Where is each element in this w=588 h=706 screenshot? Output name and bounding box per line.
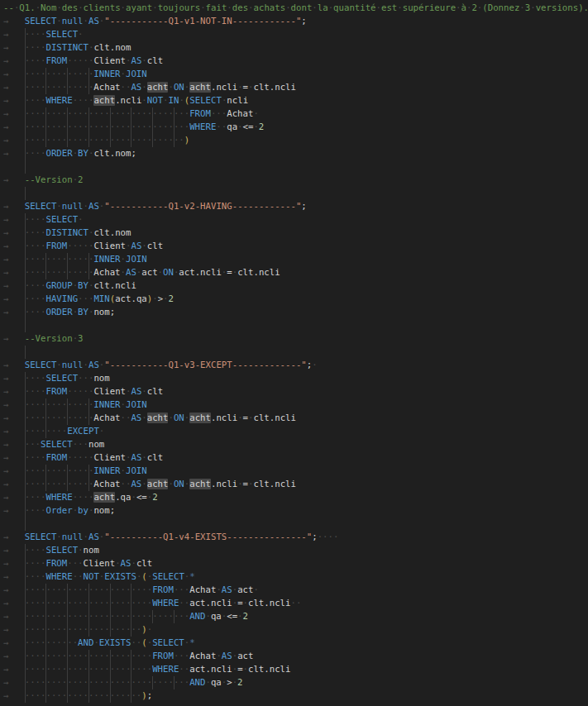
code-token: AS: [88, 16, 99, 26]
space-whitespace: ·: [312, 360, 317, 370]
code-line[interactable]: [3, 346, 588, 359]
code-line[interactable]: →·······························AND·qa·<…: [3, 610, 588, 623]
code-line[interactable]: [3, 187, 588, 200]
code-line[interactable]: →·············Achat··AS·acht·ON·acht.ncl…: [3, 81, 588, 94]
tab-whitespace-icon: →: [3, 253, 25, 266]
code-line[interactable]: →························WHERE··act.ncli…: [3, 597, 588, 610]
code-line[interactable]: →····ORDER·BY·nom;: [3, 306, 588, 319]
code-token: est: [381, 2, 397, 13]
code-line[interactable]: →····GROUP·BY·clt.ncli: [3, 279, 588, 293]
code-line[interactable]: →····WHERE··NOT·EXISTS·(·SELECT·*: [3, 570, 588, 584]
code-token: ): [184, 135, 189, 145]
indent-whitespace: ····: [88, 610, 110, 623]
code-line[interactable]: →·············INNER·JOIN: [3, 253, 588, 266]
code-line[interactable]: →·······························AND·qa·>…: [3, 676, 588, 689]
indent-whitespace: ····: [45, 689, 67, 703]
code-line[interactable]: [3, 319, 588, 332]
code-line[interactable]: →--Version·3: [3, 332, 588, 346]
code-line[interactable]: →························FROM···Achat·AS…: [3, 584, 588, 597]
indent-whitespace: ····: [45, 266, 67, 279]
code-line[interactable]: →·······························WHERE··q…: [3, 121, 588, 134]
code-token: clt.nom: [93, 227, 131, 238]
indent-whitespace: ····: [88, 121, 110, 134]
tab-whitespace-icon: →: [3, 68, 25, 81]
code-line[interactable]: →SELECT·null·AS·"-----------Q1-v1-NOT-IN…: [3, 15, 588, 28]
code-line[interactable]: →····FROM·····Client·AS·clt: [3, 385, 588, 398]
code-line[interactable]: →······························): [3, 134, 588, 147]
code-line[interactable]: →·······························FROM···A…: [3, 107, 588, 121]
tab-whitespace-icon: →: [3, 81, 25, 94]
code-line[interactable]: →····SELECT·: [3, 213, 588, 227]
code-line[interactable]: [3, 518, 588, 531]
code-line[interactable]: [3, 160, 588, 174]
code-line[interactable]: →····FROM·····Client·AS·clt: [3, 55, 588, 68]
code-token: ;: [301, 201, 306, 212]
code-token: SELECT: [25, 16, 57, 26]
code-line[interactable]: →·············Achat··AS·acht·ON·acht.ncl…: [3, 412, 588, 425]
code-line[interactable]: →····FROM···Client·AS·clt: [3, 557, 588, 570]
code-line[interactable]: →························WHERE··act.ncli…: [3, 663, 588, 676]
code-line[interactable]: →····DISTINCT·clt.nom: [3, 227, 588, 240]
space-whitespace: ··: [216, 122, 227, 132]
code-line[interactable]: →····ORDER·BY·clt.nom;: [3, 147, 588, 160]
code-token: <=: [136, 492, 147, 503]
code-line[interactable]: →·············Achat··AS·acht·ON·acht.ncl…: [3, 478, 588, 491]
code-line[interactable]: →····FROM·····Client·AS·clt: [3, 451, 588, 465]
code-line[interactable]: →····WHERE····acht.ncli·NOT·IN·(SELECT·n…: [3, 94, 588, 107]
code-line[interactable]: →························FROM···Achat·AS…: [3, 650, 588, 663]
space-whitespace: ··: [179, 598, 189, 608]
indent-whitespace: ····: [110, 689, 131, 703]
indent-whitespace: ····: [25, 121, 46, 134]
indent-whitespace: ··: [67, 637, 78, 650]
indent-whitespace: ····: [88, 689, 110, 703]
tab-whitespace-icon: →: [3, 372, 25, 385]
code-line[interactable]: →········EXCEPT·: [3, 425, 588, 438]
code-token: act: [141, 267, 157, 278]
indent-whitespace: ····: [45, 597, 67, 610]
code-line[interactable]: →SELECT·null·AS·"-----------Q1-v2-HAVING…: [3, 200, 588, 213]
code-token: --: [3, 2, 14, 13]
code-token: Client: [93, 55, 126, 66]
code-editor[interactable]: --·Q1.·Nom·des·clients·ayant·toujours·fa…: [0, 0, 588, 706]
code-line[interactable]: --·Q1.·Nom·des·clients·ayant·toujours·fa…: [3, 2, 588, 15]
code-line[interactable]: →······················)·: [3, 623, 588, 637]
space-whitespace: ···: [174, 651, 189, 661]
code-line[interactable]: →··········AND·EXISTS··(·SELECT·*: [3, 637, 588, 650]
code-token: INNER: [93, 399, 120, 410]
code-line[interactable]: →·············INNER·JOIN: [3, 68, 588, 81]
code-line[interactable]: →····SELECT·nom: [3, 544, 588, 557]
code-line[interactable]: →····Order·by·nom;: [3, 504, 588, 518]
tab-whitespace-icon: →: [3, 332, 25, 346]
code-token: JOIN: [126, 254, 147, 265]
tab-whitespace-icon: →: [3, 41, 25, 55]
code-line[interactable]: →·············INNER·JOIN: [3, 398, 588, 412]
code-line[interactable]: →····DISTINCT·clt.nom: [3, 41, 588, 55]
code-line[interactable]: →····HAVING···MIN(act.qa)·>·2: [3, 293, 588, 306]
code-token: AS: [131, 386, 141, 397]
indent-whitespace: ····: [25, 266, 46, 279]
code-line[interactable]: →SELECT·null·AS·"-----------Q1-v3-EXCEPT…: [3, 359, 588, 372]
code-token: .ncli: [211, 82, 237, 93]
code-line[interactable]: →····SELECT·: [3, 28, 588, 41]
code-line[interactable]: →····SELECT···nom: [3, 372, 588, 385]
code-token: .ncli: [115, 95, 141, 106]
space-whitespace: ···: [211, 108, 227, 119]
indent-whitespace: ····: [25, 570, 46, 584]
code-token: Client: [84, 558, 116, 569]
code-line[interactable]: →·············Achat·AS·act·ON·act.ncli·=…: [3, 266, 588, 279]
code-line[interactable]: →SELECT·null·AS·"----------Q1-v4-EXISTS-…: [3, 531, 588, 544]
code-line[interactable]: →······················);: [3, 689, 588, 703]
code-line[interactable]: →····WHERE····acht.qa·<=·2: [3, 491, 588, 504]
code-token: ORDER: [45, 307, 72, 317]
code-token: ayant: [126, 2, 152, 13]
code-line[interactable]: →--Version·2: [3, 174, 588, 187]
indent-whitespace: ····: [88, 597, 110, 610]
indent-whitespace: ····: [152, 676, 174, 689]
tab-whitespace-icon: →: [3, 438, 25, 451]
indent-whitespace: ····: [25, 663, 46, 676]
code-token: clt: [147, 386, 163, 397]
code-line[interactable]: →···SELECT···nom: [3, 438, 588, 451]
code-line[interactable]: →····FROM·····Client·AS·clt: [3, 240, 588, 253]
code-line[interactable]: →·············INNER·JOIN: [3, 465, 588, 478]
code-token: WHERE: [152, 664, 179, 675]
